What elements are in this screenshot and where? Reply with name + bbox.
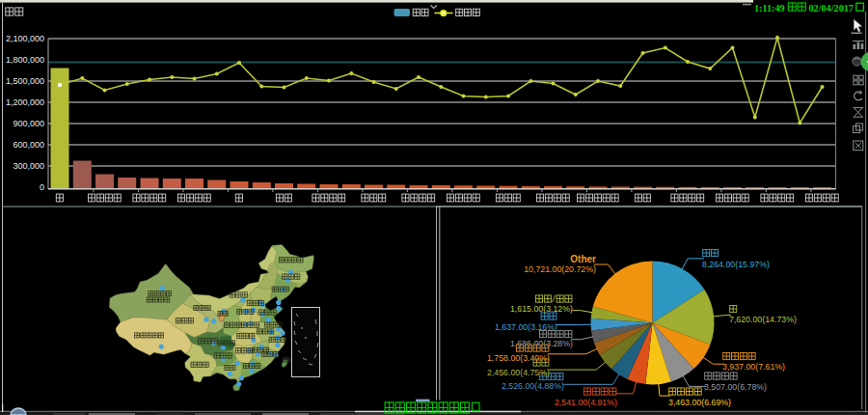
svg-text:10,721.00(20.72%): 10,721.00(20.72%) bbox=[524, 264, 596, 274]
svg-text:3,937.00(7.61%): 3,937.00(7.61%) bbox=[722, 362, 785, 372]
svg-text:2,526.00(4.88%): 2,526.00(4.88%) bbox=[502, 381, 564, 391]
svg-text:7,620.00(14.73%): 7,620.00(14.73%) bbox=[729, 315, 797, 324]
svg-text:1,637.00(3.16%): 1,637.00(3.16%) bbox=[495, 322, 557, 332]
svg-text:1,800,000: 1,800,000 bbox=[6, 55, 44, 65]
svg-text:600,000: 600,000 bbox=[13, 140, 44, 150]
svg-text:3,507.00(6.78%): 3,507.00(6.78%) bbox=[704, 382, 767, 392]
svg-text:2,100,000: 2,100,000 bbox=[6, 34, 44, 43]
svg-text:02/04/2017: 02/04/2017 bbox=[809, 3, 854, 14]
svg-text:1,686.00(3.28%): 1,686.00(3.28%) bbox=[510, 339, 573, 348]
svg-text:Other: Other bbox=[570, 254, 596, 264]
svg-text:1,500,000: 1,500,000 bbox=[6, 76, 44, 86]
svg-text:900,000: 900,000 bbox=[13, 119, 44, 128]
svg-text:1,200,000: 1,200,000 bbox=[6, 97, 44, 107]
svg-text:300,000: 300,000 bbox=[13, 161, 44, 171]
svg-text:0: 0 bbox=[40, 182, 44, 192]
svg-text:2,541.00(4.91%): 2,541.00(4.91%) bbox=[555, 398, 617, 407]
svg-text:1:11:49: 1:11:49 bbox=[754, 3, 785, 14]
svg-text:3,463.00(6.69%): 3,463.00(6.69%) bbox=[668, 398, 731, 407]
svg-text:1,758.00(3.40%): 1,758.00(3.40%) bbox=[487, 353, 550, 363]
svg-text:2,456.00(4.75%): 2,456.00(4.75%) bbox=[487, 368, 550, 377]
svg-text:8,264.00(15.97%): 8,264.00(15.97%) bbox=[702, 260, 770, 269]
svg-text:1,615.00(3.12%): 1,615.00(3.12%) bbox=[510, 304, 573, 314]
